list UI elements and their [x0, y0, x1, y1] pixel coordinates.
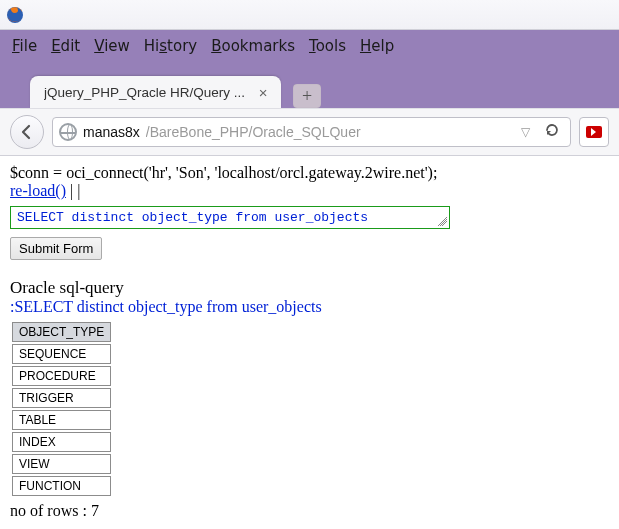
submit-form-button[interactable]: Submit Form	[10, 237, 102, 260]
back-button[interactable]	[10, 115, 44, 149]
table-cell: PROCEDURE	[12, 366, 111, 386]
table-cell: FUNCTION	[12, 476, 111, 496]
globe-icon	[59, 123, 77, 141]
query-echo-text: :SELECT distinct object_type from user_o…	[10, 298, 609, 316]
tab-label: jQuery_PHP_Qracle HR/Query ...	[44, 85, 245, 100]
table-row: SEQUENCE	[12, 344, 111, 364]
connection-string-text: $conn = oci_connect('hr', 'Son', 'localh…	[10, 164, 609, 182]
table-row: PROCEDURE	[12, 366, 111, 386]
menu-edit[interactable]: Edit	[51, 37, 80, 55]
table-cell: TRIGGER	[12, 388, 111, 408]
new-tab-button[interactable]: +	[293, 84, 321, 108]
url-host-text: manas8x	[83, 124, 140, 140]
youtube-icon	[586, 126, 602, 138]
table-row: VIEW	[12, 454, 111, 474]
table-cell: SEQUENCE	[12, 344, 111, 364]
url-path-text: /BareBone_PHP/Oracle_SQLQuer	[146, 124, 361, 140]
window-titlebar	[0, 0, 619, 30]
table-row: TRIGGER	[12, 388, 111, 408]
address-bar[interactable]: manas8x/BareBone_PHP/Oracle_SQLQuer ▽	[52, 117, 571, 147]
navigation-toolbar: manas8x/BareBone_PHP/Oracle_SQLQuer ▽	[0, 108, 619, 156]
sql-input-value: SELECT distinct object_type from user_ob…	[17, 210, 368, 225]
menu-file[interactable]: File	[12, 37, 37, 55]
table-cell: VIEW	[12, 454, 111, 474]
result-heading: Oracle sql-query	[10, 278, 609, 298]
firefox-icon	[6, 6, 24, 24]
menu-tools[interactable]: Tools	[309, 37, 346, 55]
tab-strip: jQuery_PHP_Qracle HR/Query ... × +	[0, 62, 619, 108]
browser-tab-active[interactable]: jQuery_PHP_Qracle HR/Query ... ×	[30, 76, 281, 108]
table-row: INDEX	[12, 432, 111, 452]
table-cell: TABLE	[12, 410, 111, 430]
resize-grip-icon[interactable]	[437, 216, 447, 226]
menu-view[interactable]: View	[94, 37, 130, 55]
table-cell: INDEX	[12, 432, 111, 452]
menu-help[interactable]: Help	[360, 37, 394, 55]
menu-history[interactable]: History	[144, 37, 197, 55]
toolbar-addon-button[interactable]	[579, 117, 609, 147]
results-table: OBJECT_TYPE SEQUENCEPROCEDURETRIGGERTABL…	[10, 320, 113, 498]
reload-icon[interactable]	[540, 122, 564, 142]
separator-pipes: | |	[66, 182, 80, 199]
menu-bookmarks[interactable]: Bookmarks	[211, 37, 295, 55]
results-col-header: OBJECT_TYPE	[12, 322, 111, 342]
close-tab-icon[interactable]: ×	[255, 84, 271, 100]
table-row: FUNCTION	[12, 476, 111, 496]
row-count-text: no of rows : 7	[10, 502, 609, 520]
page-content: $conn = oci_connect('hr', 'Son', 'localh…	[0, 156, 619, 529]
reload-link[interactable]: re-load()	[10, 182, 66, 199]
table-row: TABLE	[12, 410, 111, 430]
urlbar-dropdown-icon[interactable]: ▽	[517, 125, 534, 139]
browser-menubar: File Edit View History Bookmarks Tools H…	[0, 30, 619, 62]
sql-input-textarea[interactable]: SELECT distinct object_type from user_ob…	[10, 206, 450, 229]
